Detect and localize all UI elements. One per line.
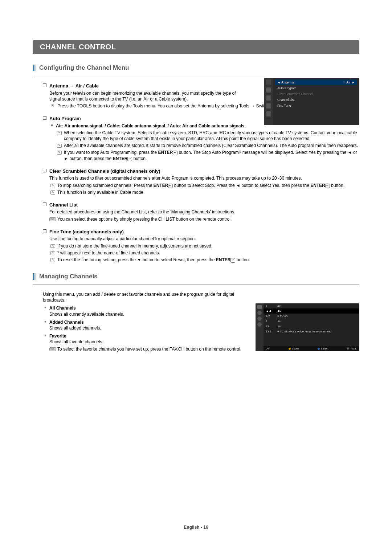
chlist-note1: You can select these options by simply p… (57, 216, 359, 222)
clear-intro: This function is used to filter out scra… (49, 175, 359, 181)
fine-note3: To reset the fine tuning setting, press … (57, 257, 359, 263)
blue-key-icon (318, 348, 320, 350)
osd-row-auto: Auto Program (275, 85, 357, 91)
chevron-right-icon: ► (352, 81, 355, 84)
note-icon: ✎ (49, 257, 56, 262)
heading-marker (33, 273, 36, 280)
section-heading-configuring: Configuring the Channel Menu (33, 64, 359, 71)
clear-note2: This function is only available in Cable… (57, 189, 359, 195)
osd-sidebar (264, 78, 273, 125)
checkbox-bullet-icon (43, 83, 46, 87)
checkbox-bullet-icon (43, 202, 46, 206)
section-rule (33, 285, 359, 285)
section-heading-text: Managing Channels (39, 273, 98, 280)
auto-signals: Air: Air antenna signal. / Cable: Cable … (56, 123, 244, 128)
enter-icon: ↵ (127, 157, 132, 161)
section-heading-text: Configuring the Channel Menu (39, 64, 129, 71)
checkbox-bullet-icon (43, 229, 46, 233)
note-icon: ✎ (49, 243, 56, 248)
square-bullet-icon: ■ (49, 123, 54, 127)
section-rule (33, 76, 359, 76)
enter-icon: ↵ (230, 258, 235, 263)
auto-note2: After all the available channels are sto… (64, 143, 359, 148)
favorite-title: Favorite (49, 334, 66, 339)
osd-row-antenna: ◄ Antenna : Air ► (275, 79, 357, 85)
sub-title: Auto Program (49, 115, 81, 122)
fine-note1: If you do not store the fine-tuned chann… (57, 243, 359, 249)
enter-icon: ↵ (168, 184, 173, 188)
all-channels-title: All Channels (49, 306, 76, 311)
subsection-clear-scrambled: Clear Scrambled Channels (digital channe… (43, 168, 359, 195)
tools-icon: ⎘ (49, 103, 56, 108)
yellow-key-icon (289, 348, 291, 350)
checkbox-bullet-icon (43, 116, 46, 120)
sub-title: Channel List (49, 202, 78, 208)
osd-sidebar-icon (266, 111, 271, 116)
osd-channel-menu: ◄ Antenna : Air ► Auto Program Clear Scr… (264, 78, 359, 125)
osd-sidebar-icon (266, 103, 271, 109)
heading-marker (33, 65, 36, 71)
remote-icon: ⌨ (49, 346, 56, 351)
section-heading-managing: Managing Channels (33, 273, 359, 280)
note-icon: ✎ (49, 189, 56, 195)
added-channels-title: Added Channels (49, 320, 84, 325)
osd-b-sidebar (256, 303, 264, 351)
remote-icon: ⌨ (49, 216, 56, 221)
chapter-title: CHANNEL CONTROL (33, 40, 359, 54)
osd-row-fine: Fine Tune (275, 103, 357, 109)
osd-sidebar-icon (266, 87, 271, 93)
note-icon: ✎ (56, 143, 62, 148)
enter-icon: ↵ (325, 184, 330, 188)
osd-channel-list: 2Air ◄ 4Air 4-2♥ TV #6 8Air 13Air 13-1♥ … (256, 303, 359, 351)
checkbox-bullet-icon (43, 169, 46, 172)
osd-row-clear: Clear Scrambled Channel (275, 91, 357, 97)
note-icon: ✎ (49, 183, 56, 188)
auto-note3: If you want to stop Auto Programming, pr… (64, 150, 359, 161)
square-bullet-icon: ■ (43, 319, 48, 324)
osd-b-icon (257, 305, 262, 309)
note-icon: ✎ (49, 250, 56, 255)
antenna-intro: Before your television can begin memoriz… (49, 90, 245, 102)
sub-title: Clear Scrambled Channels (digital channe… (49, 168, 160, 175)
auto-note1: When selecting the Cable TV system: Sele… (64, 130, 359, 142)
fine-intro: Use fine tuning to manually adjust a par… (49, 236, 359, 242)
subsection-channel-list: Channel List For detailed procedures on … (43, 202, 359, 222)
square-bullet-icon: ■ (43, 333, 48, 338)
osd-sidebar-icon (266, 95, 271, 101)
sub-title: Fine Tune (analog channels only) (49, 229, 124, 235)
managing-intro: Using this menu, you can add / delete or… (43, 291, 246, 303)
osd-row-list: Channel List (275, 97, 357, 103)
osd-b-footer: Air Zoom Select ⎘ Tools (264, 346, 359, 351)
square-bullet-icon: ■ (43, 305, 48, 310)
osd-b-icon (257, 316, 262, 321)
osd-b-icon (257, 322, 262, 327)
note-icon: ✎ (56, 130, 62, 135)
page-footer: English - 16 (0, 525, 392, 530)
chlist-intro: For detailed procedures on using the Cha… (49, 209, 359, 215)
note-icon: ✎ (56, 150, 62, 155)
osd-b-icon (257, 311, 262, 315)
clear-note1: To stop searching scrambled channels: Pr… (57, 183, 359, 188)
fine-note2: * will appear next to the name of fine-t… (57, 250, 359, 256)
osd-sidebar-icon (266, 79, 271, 85)
enter-icon: ↵ (173, 151, 177, 155)
osd-b-list: 2Air ◄ 4Air 4-2♥ TV #6 8Air 13Air 13-1♥ … (264, 303, 359, 351)
sub-title: Antenna → Air / Cable (49, 83, 99, 89)
subsection-fine-tune: Fine Tune (analog channels only) Use fin… (43, 229, 359, 263)
